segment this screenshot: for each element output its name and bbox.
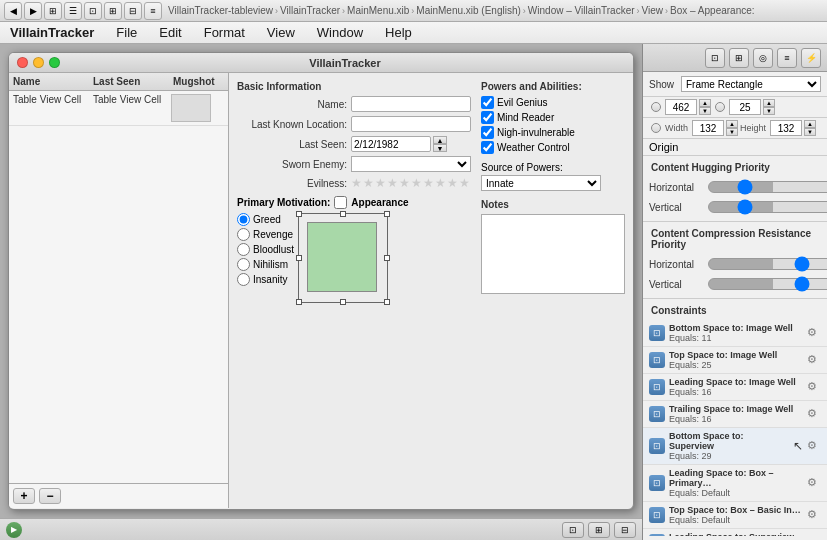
x-step-down[interactable]: ▼ [699, 107, 711, 115]
maximize-button[interactable] [49, 57, 60, 68]
menu-view[interactable]: View [263, 24, 299, 41]
inspector-btn-5[interactable]: ⚡ [801, 48, 821, 68]
location-input[interactable] [351, 116, 471, 132]
remove-row-button[interactable]: − [39, 488, 61, 504]
y-step-down[interactable]: ▼ [763, 107, 775, 115]
handle-bl[interactable] [296, 299, 302, 305]
gear-icon-4[interactable]: ⚙ [807, 439, 821, 453]
wh-dot-1[interactable] [651, 123, 661, 133]
breadcrumb-5[interactable]: Window – VillainTracker [528, 5, 635, 16]
height-stepper[interactable]: ▲ ▼ [804, 120, 816, 136]
handle-bm[interactable] [340, 299, 346, 305]
table-row[interactable]: Table View Cell Table View Cell [9, 91, 228, 126]
breadcrumb-3[interactable]: MainMenu.xib [347, 5, 409, 16]
gear-icon-3[interactable]: ⚙ [807, 407, 821, 421]
handle-mr[interactable] [384, 255, 390, 261]
gear-icon-1[interactable]: ⚙ [807, 353, 821, 367]
y-input[interactable] [729, 99, 761, 115]
power-1[interactable]: Evil Genius [481, 96, 625, 109]
radio-greed-input[interactable] [237, 213, 250, 226]
height-input[interactable] [770, 120, 802, 136]
power-2-check[interactable] [481, 111, 494, 124]
toolbar-btn-1[interactable]: ◀ [4, 2, 22, 20]
toolbar-btn-5[interactable]: ⊡ [84, 2, 102, 20]
radio-insanity-input[interactable] [237, 273, 250, 286]
toolbar-btn-7[interactable]: ⊟ [124, 2, 142, 20]
bottom-right-btn-1[interactable]: ⊡ [562, 522, 584, 538]
notes-textarea[interactable] [481, 214, 625, 294]
inspector-btn-1[interactable]: ⊡ [705, 48, 725, 68]
appearance-checkbox[interactable] [334, 196, 347, 209]
toolbar-btn-4[interactable]: ☰ [64, 2, 82, 20]
radio-greed[interactable]: Greed [237, 213, 294, 226]
radio-nihilism[interactable]: Nihilism [237, 258, 294, 271]
toolbar-btn-2[interactable]: ▶ [24, 2, 42, 20]
power-2[interactable]: Mind Reader [481, 111, 625, 124]
star-1[interactable]: ★ [351, 176, 362, 190]
y-step-up[interactable]: ▲ [763, 99, 775, 107]
evilness-stars[interactable]: ★ ★ ★ ★ ★ ★ ★ ★ ★ ★ [351, 176, 471, 190]
close-button[interactable] [17, 57, 28, 68]
inspector-btn-2[interactable]: ⊞ [729, 48, 749, 68]
date-stepper-up[interactable]: ▲ [433, 136, 447, 144]
handle-tl[interactable] [296, 211, 302, 217]
handle-tm[interactable] [340, 211, 346, 217]
menu-format[interactable]: Format [200, 24, 249, 41]
radio-insanity[interactable]: Insanity [237, 273, 294, 286]
hugging-h-slider[interactable] [708, 181, 827, 193]
hugging-v-slider[interactable] [708, 201, 827, 213]
compression-h-slider[interactable] [708, 258, 827, 270]
handle-ml[interactable] [296, 255, 302, 261]
handle-tr[interactable] [384, 211, 390, 217]
toolbar-btn-6[interactable]: ⊞ [104, 2, 122, 20]
radio-revenge[interactable]: Revenge [237, 228, 294, 241]
date-stepper-down[interactable]: ▼ [433, 144, 447, 152]
power-4[interactable]: Weather Control [481, 141, 625, 154]
date-stepper[interactable]: ▲ ▼ [433, 136, 447, 152]
star-8[interactable]: ★ [435, 176, 446, 190]
radio-revenge-input[interactable] [237, 228, 250, 241]
compression-v-slider[interactable] [708, 278, 827, 290]
menu-window[interactable]: Window [313, 24, 367, 41]
x-stepper[interactable]: ▲ ▼ [699, 99, 711, 115]
xy-dot-1[interactable] [651, 102, 661, 112]
breadcrumb-7[interactable]: Box – Appearance: [670, 5, 755, 16]
power-3[interactable]: Nigh-invulnerable [481, 126, 625, 139]
lastseen-input[interactable] [351, 136, 431, 152]
source-select[interactable]: Innate [481, 175, 601, 191]
menu-app[interactable]: VillainTracker [6, 24, 98, 41]
x-step-up[interactable]: ▲ [699, 99, 711, 107]
toolbar-btn-8[interactable]: ≡ [144, 2, 162, 20]
power-3-check[interactable] [481, 126, 494, 139]
xy-dot-2[interactable] [715, 102, 725, 112]
minimize-button[interactable] [33, 57, 44, 68]
height-step-up[interactable]: ▲ [804, 120, 816, 128]
show-select[interactable]: Frame Rectangle [681, 76, 821, 92]
gear-icon-6[interactable]: ⚙ [807, 508, 821, 522]
gear-icon-0[interactable]: ⚙ [807, 326, 821, 340]
width-step-up[interactable]: ▲ [726, 120, 738, 128]
y-stepper[interactable]: ▲ ▼ [763, 99, 775, 115]
breadcrumb-2[interactable]: VillainTracker [280, 5, 340, 16]
gear-icon-5[interactable]: ⚙ [807, 476, 821, 490]
star-7[interactable]: ★ [423, 176, 434, 190]
power-1-check[interactable] [481, 96, 494, 109]
radio-bloodlust-input[interactable] [237, 243, 250, 256]
width-stepper[interactable]: ▲ ▼ [726, 120, 738, 136]
star-9[interactable]: ★ [447, 176, 458, 190]
star-10[interactable]: ★ [459, 176, 470, 190]
star-6[interactable]: ★ [411, 176, 422, 190]
gear-icon-2[interactable]: ⚙ [807, 380, 821, 394]
bottom-right-btn-2[interactable]: ⊞ [588, 522, 610, 538]
menu-file[interactable]: File [112, 24, 141, 41]
bottom-right-btn-3[interactable]: ⊟ [614, 522, 636, 538]
menu-edit[interactable]: Edit [155, 24, 185, 41]
power-4-check[interactable] [481, 141, 494, 154]
breadcrumb-6[interactable]: View [642, 5, 664, 16]
add-row-button[interactable]: + [13, 488, 35, 504]
inspector-btn-3[interactable]: ◎ [753, 48, 773, 68]
star-2[interactable]: ★ [363, 176, 374, 190]
height-step-down[interactable]: ▼ [804, 128, 816, 136]
radio-nihilism-input[interactable] [237, 258, 250, 271]
radio-bloodlust[interactable]: Bloodlust [237, 243, 294, 256]
